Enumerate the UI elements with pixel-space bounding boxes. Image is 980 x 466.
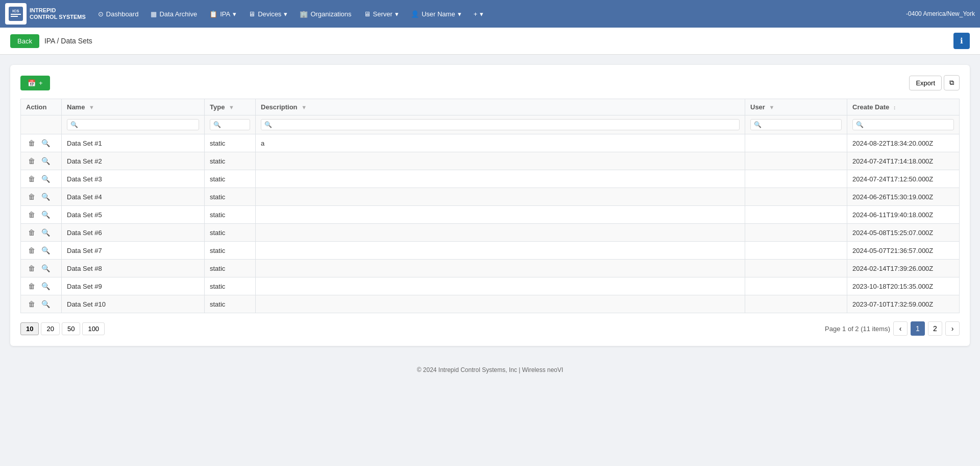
view-button-2[interactable]: 🔍 [39,174,52,184]
user-search-input[interactable] [750,119,842,130]
delete-button-5[interactable]: 🗑 [26,227,37,238]
svg-rect-3 [11,16,18,17]
info-button[interactable]: ℹ [953,33,970,49]
table-row: 🗑 🔍 Data Set #2 static 2024-07-24T17:14:… [21,152,960,170]
desc-search-input[interactable] [261,119,740,130]
data-sets-card: 📅 + Export ⧉ Action Name ▼ [10,65,970,346]
view-button-9[interactable]: 🔍 [39,299,52,309]
nav-user[interactable]: 👤 User Name ▾ [406,7,467,21]
next-page-button[interactable]: › [945,321,960,336]
type-cell-8: static [205,277,256,295]
name-filter-icon: ▼ [89,104,94,110]
type-search-input[interactable] [210,119,250,130]
name-cell-7: Data Set #8 [62,260,205,277]
top-navigation: ICS INTREPID CONTROL SYSTEMS ⊙ Dashboard… [0,0,980,28]
view-button-8[interactable]: 🔍 [39,281,52,291]
delete-button-4[interactable]: 🗑 [26,209,37,220]
desc-cell-6 [256,242,745,260]
view-button-3[interactable]: 🔍 [39,192,52,202]
brand-logo: ICS [5,3,27,25]
name-cell-4: Data Set #5 [62,206,205,224]
delete-button-1[interactable]: 🗑 [26,156,37,166]
add-dataset-button[interactable]: 📅 + [20,76,50,90]
type-cell-9: static [205,295,256,313]
prev-page-button[interactable]: ‹ [893,321,908,336]
delete-button-9[interactable]: 🗑 [26,299,37,309]
view-button-7[interactable]: 🔍 [39,263,52,273]
table-body: 🗑 🔍 Data Set #1 static a 2024-08-22T18:3… [21,134,960,313]
page-size-50[interactable]: 50 [62,322,80,335]
date-filter-icon: ↕ [893,104,896,110]
name-cell-6: Data Set #7 [62,242,205,260]
table-row: 🗑 🔍 Data Set #7 static 2024-05-07T21:36:… [21,242,960,260]
nav-plus[interactable]: + ▾ [469,7,489,21]
col-header-description[interactable]: Description ▼ [256,99,745,115]
date-cell-8: 2023-10-18T20:15:35.000Z [847,277,960,295]
page-size-20[interactable]: 20 [41,322,59,335]
delete-button-0[interactable]: 🗑 [26,138,37,148]
table-search-row [21,115,960,134]
action-cell-1: 🗑 🔍 [21,152,62,170]
user-cell-7 [745,260,847,277]
col-header-type[interactable]: Type ▼ [205,99,256,115]
view-button-6[interactable]: 🔍 [39,245,52,255]
brand-logo-link[interactable]: ICS INTREPID CONTROL SYSTEMS [5,3,86,25]
page-size-10[interactable]: 10 [20,322,39,335]
page-size-100[interactable]: 100 [82,322,105,335]
desc-cell-7 [256,260,745,277]
action-search-cell [21,115,62,134]
nav-organizations[interactable]: 🏢 Organizations [295,7,356,21]
pagination-info: Page 1 of 2 (11 items) ‹ 1 2 › [825,321,960,336]
copy-button[interactable]: ⧉ [944,75,960,90]
nav-devices[interactable]: 🖥 Devices ▾ [243,7,292,21]
dashboard-icon: ⊙ [98,10,104,18]
ipa-icon: 📋 [209,10,217,18]
delete-button-3[interactable]: 🗑 [26,192,37,202]
nav-server[interactable]: 🖥 Server ▾ [359,7,404,21]
view-button-1[interactable]: 🔍 [39,156,52,166]
delete-button-8[interactable]: 🗑 [26,281,37,291]
date-search-input[interactable] [852,119,954,130]
date-cell-7: 2024-02-14T17:39:26.000Z [847,260,960,277]
col-header-name[interactable]: Name ▼ [62,99,205,115]
view-button-4[interactable]: 🔍 [39,209,52,220]
delete-button-6[interactable]: 🗑 [26,245,37,255]
view-button-0[interactable]: 🔍 [39,138,52,148]
table-row: 🗑 🔍 Data Set #8 static 2024-02-14T17:39:… [21,260,960,277]
table-row: 🗑 🔍 Data Set #4 static 2024-06-26T15:30:… [21,188,960,206]
delete-button-2[interactable]: 🗑 [26,174,37,184]
desc-cell-4 [256,206,745,224]
user-search-cell [745,115,847,134]
date-cell-5: 2024-05-08T15:25:07.000Z [847,224,960,242]
user-cell-2 [745,170,847,188]
delete-button-7[interactable]: 🗑 [26,263,37,273]
user-cell-4 [745,206,847,224]
page-2-button[interactable]: 2 [928,321,942,336]
back-button[interactable]: Back [10,34,39,48]
nav-data-archive[interactable]: ▦ Data Archive [145,7,202,21]
svg-rect-2 [11,14,21,15]
desc-cell-2 [256,170,745,188]
footer-text: © 2024 Intrepid Control Systems, Inc | W… [417,366,564,374]
type-filter-icon: ▼ [229,104,234,110]
datasets-table: Action Name ▼ Type ▼ Description ▼ [20,99,960,313]
archive-icon: ▦ [151,10,157,18]
user-icon: 👤 [411,10,419,18]
timezone-display: -0400 America/New_York [906,10,975,17]
action-cell-2: 🗑 🔍 [21,170,62,188]
nav-ipa[interactable]: 📋 IPA ▾ [204,7,241,21]
devices-icon: 🖥 [249,10,255,18]
desc-cell-0: a [256,134,745,152]
desc-cell-9 [256,295,745,313]
nav-dashboard[interactable]: ⊙ Dashboard [93,7,144,21]
export-button[interactable]: Export [909,76,942,90]
page-1-button[interactable]: 1 [911,321,925,336]
name-cell-8: Data Set #9 [62,277,205,295]
col-header-user[interactable]: User ▼ [745,99,847,115]
col-header-create-date[interactable]: Create Date ↕ [847,99,960,115]
name-search-input[interactable] [67,119,199,130]
action-cell-4: 🗑 🔍 [21,206,62,224]
breadcrumb: IPA / Data Sets [44,37,92,45]
view-button-5[interactable]: 🔍 [39,227,52,238]
type-cell-3: static [205,188,256,206]
